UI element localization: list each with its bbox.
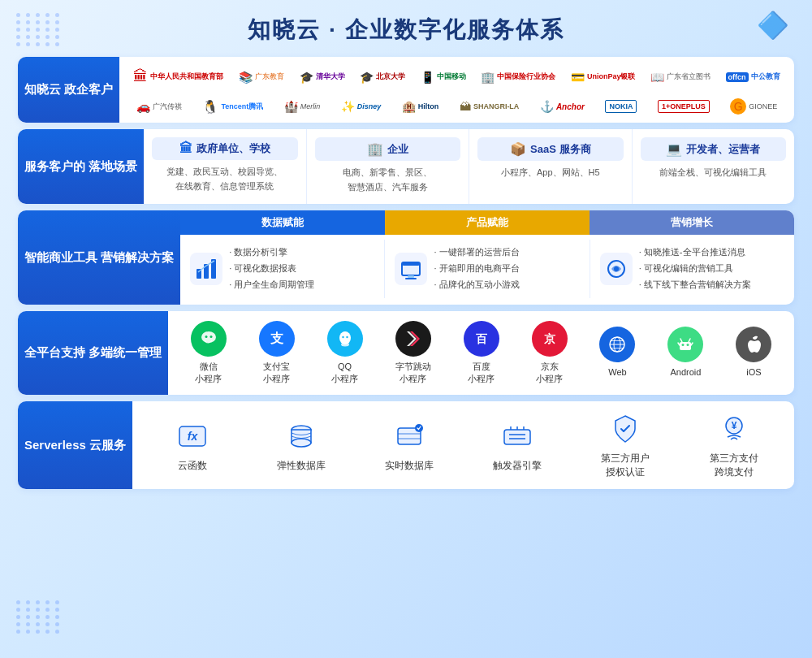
baidu-icon: 百 <box>464 321 499 357</box>
bytedance-icon <box>395 321 431 357</box>
platforms-content: 微信小程序 支 支付宝小程序 <box>168 311 794 396</box>
tool-product-icon <box>395 253 427 285</box>
svg-rect-5 <box>408 275 414 278</box>
platform-alipay: 支 支付宝小程序 <box>248 321 306 386</box>
scenario-saas-header: 📦 SaaS 服务商 <box>477 137 623 161</box>
cloud-functions-icon: fx <box>175 418 210 454</box>
jd-name: 京东小程序 <box>536 361 563 386</box>
auth-icon <box>607 411 643 447</box>
svg-text:百: 百 <box>476 332 488 345</box>
platform-qq: QQ小程序 <box>316 321 374 386</box>
svg-point-10 <box>205 335 207 338</box>
clients-label: 知晓云 政企客户 <box>18 57 119 123</box>
logo-shangri-la: 🏔 SHANGRI-LA <box>456 98 523 115</box>
svg-text:fx: fx <box>188 430 199 443</box>
svg-text:支: 支 <box>270 331 284 345</box>
scenario-saas-desc: 小程序、App、网站、H5 <box>501 166 600 180</box>
android-icon <box>667 327 703 362</box>
platform-bytedance: 字节跳动小程序 <box>384 321 443 386</box>
logo-china-mobile: 📱 中国移动 <box>417 69 469 85</box>
logo-guangdong-lib: 📖 广东省立图书 <box>647 69 714 85</box>
svg-point-35 <box>292 439 311 447</box>
tool-marketing-desc: 知晓推送-全平台推送消息 可视化编辑的营销工具 线下线下整合营销解决方案 <box>639 245 751 292</box>
alipay-name: 支付宝小程序 <box>263 361 290 386</box>
clients-logos-row2: 🚗 广汽传祺 🐧 Tencent腾讯 🏰 Merlin ✨ Disney 🏨 <box>119 90 794 119</box>
jd-icon: 京 <box>532 321 568 357</box>
svg-point-16 <box>341 342 349 346</box>
clients-row: 知晓云 政企客户 🏛 中华人民共和国教育部 📚 广东教育 🎓 清华大学 🎓 北京… <box>18 57 794 123</box>
svg-point-11 <box>209 335 212 338</box>
tool-header-marketing: 营销增长 <box>590 210 794 235</box>
scenario-enterprise-title: 企业 <box>387 142 408 157</box>
decorative-dots-bottomleft <box>16 600 62 634</box>
tool-product-desc: 一键部署的运营后台 开箱即用的电商平台 品牌化的互动小游戏 <box>434 245 519 292</box>
ios-icon <box>736 327 771 362</box>
logo-ministry-of-education: 🏛 中华人民共和国教育部 <box>130 67 227 87</box>
platform-jd: 京 京东小程序 <box>520 321 579 386</box>
svg-rect-40 <box>504 430 530 444</box>
government-icon: 🏛 <box>179 141 192 156</box>
tool-product-icon-area: 一键部署的运营后台 开箱即用的电商平台 品牌化的互动小游戏 <box>395 245 579 292</box>
scenario-saas: 📦 SaaS 服务商 小程序、App、网站、H5 <box>469 129 632 204</box>
platform-baidu: 百 百度小程序 <box>452 321 511 386</box>
web-icon <box>599 327 635 362</box>
enterprise-icon: 🏢 <box>367 141 383 157</box>
wechat-icon <box>191 321 227 357</box>
tool-header-data: 数据赋能 <box>180 210 385 235</box>
logo-disney: ✨ Disney <box>338 98 385 115</box>
scenario-developer-header: 💻 开发者、运营者 <box>641 137 786 161</box>
trigger-icon <box>499 418 535 454</box>
tools-body: 数据分析引擎 可视化数据报表 用户全生命周期管理 <box>180 235 794 304</box>
serverless-functions: fx 云函数 <box>156 418 229 473</box>
logo-gionee: G GIONEE <box>727 97 780 116</box>
platforms-row: 全平台支持 多端统一管理 微信小程序 支 <box>18 311 794 396</box>
tools-row: 智能商业工具 营销解决方案 数据赋能 产品赋能 营销增长 <box>18 210 794 304</box>
realtime-db-icon <box>391 418 427 454</box>
payment-icon: ¥ <box>716 411 752 447</box>
bytedance-name: 字节跳动小程序 <box>395 361 431 386</box>
logo-china-insurance: 🏢 中国保险行业协会 <box>477 69 559 85</box>
trigger-name: 触发器引擎 <box>493 459 542 473</box>
logo-nokia: NOKIA <box>602 98 640 115</box>
clients-logos-row1: 🏛 中华人民共和国教育部 📚 广东教育 🎓 清华大学 🎓 北京大学 📱 <box>119 60 794 90</box>
serverless-auth: 第三方用户授权认证 <box>589 411 662 479</box>
serverless-realtime-db: 实时数据库 <box>373 418 446 473</box>
wechat-name: 微信小程序 <box>195 361 222 386</box>
serverless-content: fx 云函数 弹性数据库 <box>132 401 794 489</box>
serverless-row: Serverless 云服务 fx 云函数 <box>18 401 794 489</box>
alipay-icon: 支 <box>259 321 295 357</box>
tools-headers: 数据赋能 产品赋能 营销增长 <box>180 210 794 235</box>
tool-data-icon <box>190 253 222 285</box>
scenario-enterprise-desc: 电商、新零售、景区、智慧酒店、汽车服务 <box>343 166 432 194</box>
svg-point-28 <box>687 344 689 346</box>
elastic-db-name: 弹性数据库 <box>277 459 326 473</box>
scenario-government-desc: 党建、政民互动、校园导览、在线教育、信息管理系统 <box>166 165 283 193</box>
tools-label: 智能商业工具 营销解决方案 <box>18 210 180 304</box>
main-container: 知晓云 政企客户 🏛 中华人民共和国教育部 📚 广东教育 🎓 清华大学 🎓 北京… <box>18 57 794 489</box>
tool-data-cell: 数据分析引擎 可视化数据报表 用户全生命周期管理 <box>180 240 385 297</box>
svg-text:京: 京 <box>544 332 556 345</box>
platform-wechat: 微信小程序 <box>179 321 238 386</box>
tool-product-cell: 一键部署的运营后台 开箱即用的电商平台 品牌化的互动小游戏 <box>385 240 590 297</box>
serverless-payment: ¥ 第三方支付跨境支付 <box>698 411 771 479</box>
svg-point-14 <box>342 335 343 337</box>
svg-line-29 <box>678 343 680 345</box>
svg-rect-6 <box>405 278 417 279</box>
scenario-developer-desc: 前端全栈、可视化编辑工具 <box>659 166 767 180</box>
developer-icon: 💻 <box>666 141 682 157</box>
tool-marketing-cell: 知晓推送-全平台推送消息 可视化编辑的营销工具 线下线下整合营销解决方案 <box>590 240 794 297</box>
platform-android: Android <box>656 327 715 379</box>
tool-data-desc: 数据分析引擎 可视化数据报表 用户全生命周期管理 <box>229 245 314 292</box>
logo-offcn: offcn 中公教育 <box>723 70 784 84</box>
scenario-developer-title: 开发者、运营者 <box>686 142 760 157</box>
scenarios-content: 🏛 政府单位、学校 党建、政民互动、校园导览、在线教育、信息管理系统 🏢 企业 … <box>144 129 794 204</box>
logo-oneplus: 1+ONEPLUS <box>654 98 713 115</box>
payment-name: 第三方支付跨境支付 <box>710 452 758 479</box>
scenario-government-title: 政府单位、学校 <box>197 141 270 156</box>
logo-tsinghua: 🎓 清华大学 <box>296 69 348 85</box>
android-name: Android <box>670 366 701 379</box>
brand-decoration-icon: 🔷 <box>757 10 789 41</box>
svg-point-27 <box>682 344 685 346</box>
serverless-elastic-db: 弹性数据库 <box>265 418 338 473</box>
logo-anchor: ⚓ Anchor <box>537 98 588 115</box>
